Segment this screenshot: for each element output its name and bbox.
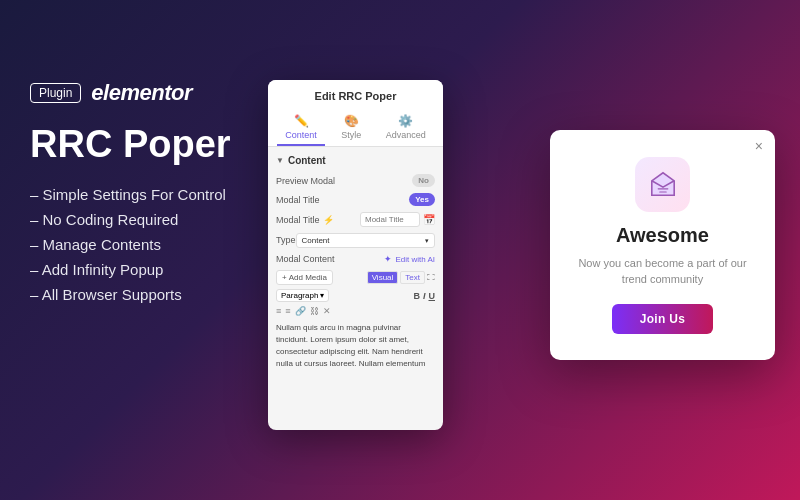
modal-title-toggle[interactable]: Yes xyxy=(409,193,435,206)
feature-item: – All Browser Supports xyxy=(30,286,290,303)
pencil-icon: ✏️ xyxy=(294,114,309,128)
editor-panel: Edit RRC Poper ✏️ Content 🎨 Style ⚙️ Adv… xyxy=(268,80,443,430)
fullscreen-icon: ⛶ xyxy=(427,273,435,282)
paragraph-chevron: ▾ xyxy=(320,291,324,300)
left-section: Plugin elementor RRC Poper – Simple Sett… xyxy=(30,80,290,311)
features-list: – Simple Settings For Control – No Codin… xyxy=(30,186,290,303)
modal-title-toggle-row: Modal Title Yes xyxy=(276,193,435,206)
insert-icon[interactable]: ✕ xyxy=(323,306,331,316)
preview-modal-label: Preview Modal xyxy=(276,176,335,186)
feature-item: – Simple Settings For Control xyxy=(30,186,290,203)
paragraph-select[interactable]: Paragraph ▾ xyxy=(276,289,329,302)
editor-header-title: Edit RRC Poper xyxy=(268,90,443,102)
editor-content-text: Nullam quis arcu in magna pulvinar tinci… xyxy=(276,322,435,370)
envelope-open-icon xyxy=(647,168,679,200)
chevron-down-icon: ▾ xyxy=(425,237,429,245)
tab-advanced-label: Advanced xyxy=(386,130,426,140)
align-row: ≡ ≡ 🔗 ⛓ ✕ xyxy=(276,306,435,316)
modal-title-input[interactable] xyxy=(360,212,420,227)
modal-close-btn[interactable]: × xyxy=(755,138,763,154)
edit-ai-btn[interactable]: ✦ Edit with AI xyxy=(384,254,435,264)
editor-body: ▼ Content Preview Modal No Modal Title Y… xyxy=(268,147,443,378)
align-left-icon[interactable]: ≡ xyxy=(276,306,281,316)
type-row: Type Content ▾ xyxy=(276,233,435,248)
calendar-icon: 📅 xyxy=(423,214,435,225)
add-media-btn[interactable]: + Add Media xyxy=(276,270,333,285)
link-icon[interactable]: 🔗 xyxy=(295,306,306,316)
format-buttons: B I U xyxy=(413,291,435,301)
modal-title-toggle-label: Modal Title xyxy=(276,195,320,205)
feature-item: – No Coding Required xyxy=(30,211,290,228)
type-select[interactable]: Content ▾ xyxy=(296,233,435,248)
modal-preview: × Awesome Now you can become a part of o… xyxy=(550,130,775,360)
bold-btn[interactable]: B xyxy=(413,291,420,301)
type-label: Type xyxy=(276,235,296,245)
tab-advanced[interactable]: ⚙️ Advanced xyxy=(378,110,434,146)
modal-title-input-label: Modal Title ⚡ xyxy=(276,215,334,225)
tab-content[interactable]: ✏️ Content xyxy=(277,110,325,146)
visual-tab[interactable]: Visual xyxy=(367,271,399,284)
plugin-badge: Plugin xyxy=(30,83,81,103)
type-field-row: Type Content ▾ xyxy=(276,233,435,248)
tab-style[interactable]: 🎨 Style xyxy=(333,110,369,146)
add-media-label: Add Media xyxy=(289,273,327,282)
media-row: + Add Media Visual Text ⛶ xyxy=(276,270,435,285)
italic-btn[interactable]: I xyxy=(423,291,426,301)
plus-icon: + xyxy=(282,273,287,282)
preview-modal-toggle[interactable]: No xyxy=(412,174,435,187)
text-tab[interactable]: Text xyxy=(400,271,425,284)
elementor-logo: elementor xyxy=(91,80,192,106)
align-center-icon[interactable]: ≡ xyxy=(285,306,290,316)
modal-content-row: Modal Content ✦ Edit with AI xyxy=(276,254,435,264)
modal-title: Awesome xyxy=(616,224,709,247)
unlink-icon[interactable]: ⛓ xyxy=(310,306,319,316)
modal-title-input-row: Modal Title ⚡ 📅 xyxy=(276,212,435,227)
preview-modal-row: Preview Modal No xyxy=(276,174,435,187)
paragraph-label: Paragraph xyxy=(281,291,318,300)
palette-icon: 🎨 xyxy=(344,114,359,128)
modal-cta-button[interactable]: Join Us xyxy=(612,304,713,334)
type-value: Content xyxy=(302,236,330,245)
badge-row: Plugin elementor xyxy=(30,80,290,106)
format-row: Paragraph ▾ B I U xyxy=(276,289,435,302)
dynamic-icon: ⚡ xyxy=(323,215,334,225)
editor-header: Edit RRC Poper ✏️ Content 🎨 Style ⚙️ Adv… xyxy=(268,80,443,147)
ai-icon: ✦ xyxy=(384,254,392,264)
modal-icon-wrap xyxy=(635,157,690,212)
modal-title-input-box: 📅 xyxy=(360,212,435,227)
tab-style-label: Style xyxy=(341,130,361,140)
feature-item: – Manage Contents xyxy=(30,236,290,253)
page-title: RRC Poper xyxy=(30,124,290,166)
editor-tabs: ✏️ Content 🎨 Style ⚙️ Advanced xyxy=(268,110,443,146)
section-title: Content xyxy=(288,155,326,166)
section-arrow-icon: ▼ xyxy=(276,156,284,165)
gear-icon: ⚙️ xyxy=(398,114,413,128)
view-tabs: Visual Text ⛶ xyxy=(367,271,435,284)
edit-ai-text: Edit with AI xyxy=(395,255,435,264)
underline-btn[interactable]: U xyxy=(429,291,436,301)
modal-subtitle: Now you can become a part of our trend c… xyxy=(570,255,755,288)
modal-content-label: Modal Content xyxy=(276,254,335,264)
tab-content-label: Content xyxy=(285,130,317,140)
feature-item: – Add Infinity Popup xyxy=(30,261,290,278)
content-section-label: ▼ Content xyxy=(276,155,435,166)
